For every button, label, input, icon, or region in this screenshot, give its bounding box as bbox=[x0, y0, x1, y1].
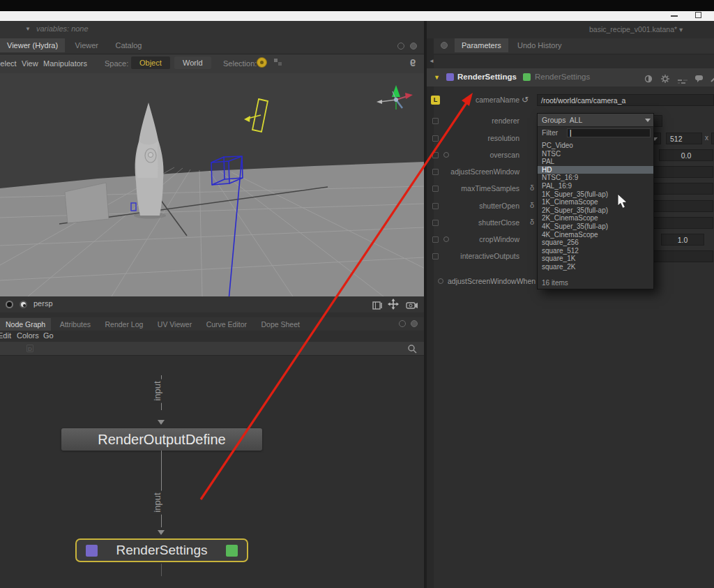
curve-toggle-icon[interactable]: δ bbox=[530, 201, 534, 209]
dropdown-groups-row[interactable]: Groups ALL bbox=[538, 114, 653, 127]
param-label: overscan bbox=[380, 151, 519, 159]
node-port-purple-icon[interactable] bbox=[86, 545, 98, 557]
viewer-menu-bar: Select View Manipulators Space: Object W… bbox=[0, 54, 424, 73]
shading-icon[interactable] bbox=[644, 73, 653, 86]
nodegraph-tab-bar: Node Graph Attributes Render Log UV View… bbox=[0, 317, 424, 331]
sliders-icon[interactable] bbox=[678, 75, 688, 87]
selection-hierarchy-icon[interactable] bbox=[273, 58, 283, 68]
film-icon[interactable] bbox=[372, 300, 383, 312]
expander-icon[interactable]: ▼ bbox=[434, 74, 440, 81]
lock-view-icon[interactable] bbox=[6, 301, 13, 308]
menu-edit[interactable]: Edit bbox=[0, 331, 11, 340]
tab-render-log[interactable]: Render Log bbox=[99, 318, 149, 331]
dropdown-item[interactable]: PC_Video bbox=[538, 142, 653, 150]
param-label: adjustScreenWindow bbox=[380, 167, 519, 176]
nodegraph-canvas[interactable]: input RenderOutputDefine input RenderSet… bbox=[0, 356, 424, 588]
tab-node-graph[interactable]: Node Graph bbox=[0, 318, 51, 331]
camera-select-icon[interactable] bbox=[20, 301, 27, 308]
dropdown-item[interactable]: square_512 bbox=[538, 247, 653, 255]
dropdown-item[interactable]: square_1K bbox=[538, 255, 653, 263]
dropdown-item[interactable]: PAL_16:9 bbox=[538, 182, 653, 190]
dropdown-item-highlighted[interactable]: HD bbox=[538, 166, 653, 174]
dropdown-filter-row: Filter | bbox=[538, 127, 653, 140]
dropdown-item[interactable]: 2K_CinemaScope bbox=[538, 214, 653, 223]
document-title[interactable]: basic_recipe_v001.katana* ▾ bbox=[589, 25, 683, 33]
curve-toggle-icon[interactable]: δ bbox=[530, 183, 534, 192]
viewer-tab-bar: Viewer (Hydra) Viewer Catalog bbox=[0, 38, 424, 54]
node-color-purple-icon bbox=[446, 73, 454, 81]
dropdown-item[interactable]: square_2K bbox=[538, 263, 653, 271]
tab-uv-viewer[interactable]: UV Viewer bbox=[152, 318, 197, 331]
space-object-button[interactable]: Object bbox=[131, 56, 170, 69]
gear-icon[interactable] bbox=[661, 73, 669, 86]
cropwindow-value-field[interactable]: 1.0 bbox=[661, 234, 704, 246]
nodegraph-toolbar: D bbox=[0, 342, 424, 356]
tab-viewer-hydra[interactable]: Viewer (Hydra) bbox=[0, 38, 65, 52]
dropdown-item[interactable]: 1K_Super_35(full-ap) bbox=[538, 190, 653, 199]
tab-dope-sheet[interactable]: Dope Sheet bbox=[255, 318, 305, 331]
selection-mode-icon[interactable] bbox=[257, 57, 267, 68]
dropdown-item[interactable]: NTSC_16:9 bbox=[538, 174, 653, 182]
tab-undo-history[interactable]: Undo History bbox=[510, 38, 569, 52]
katana-application-window: ▼ variables: none Viewer (Hydra) Viewer … bbox=[0, 0, 714, 588]
tab-parameters[interactable]: Parameters bbox=[455, 38, 508, 52]
tab-attributes[interactable]: Attributes bbox=[54, 318, 96, 331]
reset-icon[interactable]: ↺ bbox=[522, 95, 529, 105]
menu-select[interactable]: Select bbox=[0, 59, 17, 68]
bookmark-icon[interactable]: D bbox=[26, 345, 33, 352]
dropdown-item[interactable]: 4K_CinemaScope bbox=[538, 231, 653, 239]
pan-icon[interactable] bbox=[388, 299, 399, 312]
resolution-height-field[interactable]: 512 bbox=[711, 133, 714, 144]
panel-pin-icon[interactable] bbox=[399, 320, 406, 327]
maximize-icon[interactable] bbox=[695, 12, 701, 18]
menu-colors[interactable]: Colors bbox=[17, 331, 39, 340]
node-renderoutputdefine[interactable]: RenderOutputDefine bbox=[61, 428, 262, 451]
tab-viewer[interactable]: Viewer bbox=[68, 38, 105, 52]
node-name[interactable]: RenderSettings bbox=[457, 73, 517, 81]
collapse-arrow-icon[interactable]: ◄ bbox=[429, 58, 434, 64]
resolution-dropdown: Groups ALL Filter | PC_Video NTSC PAL HD… bbox=[537, 113, 654, 289]
viewport-3d[interactable] bbox=[0, 73, 424, 296]
wire-arrowhead-icon bbox=[158, 420, 165, 425]
minimize-icon[interactable] bbox=[671, 15, 678, 17]
tab-curve-editor[interactable]: Curve Editor bbox=[201, 318, 252, 331]
space-world-button[interactable]: World bbox=[174, 56, 211, 69]
cameraname-field[interactable]: /root/world/cam/camera_a bbox=[537, 94, 714, 106]
panel-menu-icon[interactable] bbox=[410, 43, 417, 50]
combo-arrow-icon[interactable] bbox=[645, 119, 651, 122]
input-port-label: input bbox=[151, 490, 163, 514]
times-label: x bbox=[705, 134, 708, 142]
tab-catalog[interactable]: Catalog bbox=[109, 38, 149, 52]
comment-icon[interactable] bbox=[694, 73, 704, 86]
render-camera-icon[interactable] bbox=[406, 300, 418, 312]
param-row-cameraname: L cameraName ↺ /root/world/cam/camera_a bbox=[427, 93, 714, 108]
node-port-green-icon[interactable] bbox=[226, 545, 238, 557]
viewport-status-bar: persp bbox=[0, 296, 424, 312]
camera-name-label[interactable]: persp bbox=[33, 299, 53, 308]
param-label: maxTimeSamples bbox=[380, 184, 519, 193]
panel-menu-icon[interactable] bbox=[411, 320, 418, 327]
filter-input[interactable]: | bbox=[567, 128, 651, 137]
wrench-icon[interactable] bbox=[710, 73, 714, 86]
dropdown-item[interactable]: 2K_Super_35(full-ap) bbox=[538, 206, 653, 215]
curve-toggle-icon[interactable]: δ bbox=[530, 218, 534, 226]
param-label: interactiveOutputs bbox=[380, 252, 519, 260]
menu-manipulators[interactable]: Manipulators bbox=[43, 59, 87, 68]
menu-view[interactable]: View bbox=[22, 59, 38, 68]
dropdown-item[interactable]: 1K_CinemaScope bbox=[538, 198, 653, 206]
dropdown-item[interactable]: NTSC bbox=[538, 150, 653, 158]
panel-menu-icon[interactable] bbox=[441, 42, 448, 49]
node-rendersettings[interactable]: RenderSettings bbox=[75, 538, 248, 562]
resolution-width-field[interactable]: 512 bbox=[666, 133, 702, 144]
dropdown-item[interactable]: square_256 bbox=[538, 239, 653, 247]
dropdown-item[interactable]: PAL bbox=[538, 158, 653, 166]
os-titlebar bbox=[0, 0, 714, 11]
dropdown-item[interactable]: 4K_Super_35(full-ap) bbox=[538, 223, 653, 231]
panel-pin-icon[interactable] bbox=[397, 43, 404, 50]
search-icon[interactable] bbox=[407, 344, 417, 356]
overscan-value-field[interactable]: 0.0 bbox=[659, 149, 713, 161]
menu-go[interactable]: Go bbox=[43, 331, 54, 340]
sync-icon[interactable]: 9 bbox=[410, 56, 416, 68]
variables-expander-icon[interactable]: ▼ bbox=[25, 26, 31, 32]
variables-label[interactable]: variables: none bbox=[36, 24, 89, 33]
